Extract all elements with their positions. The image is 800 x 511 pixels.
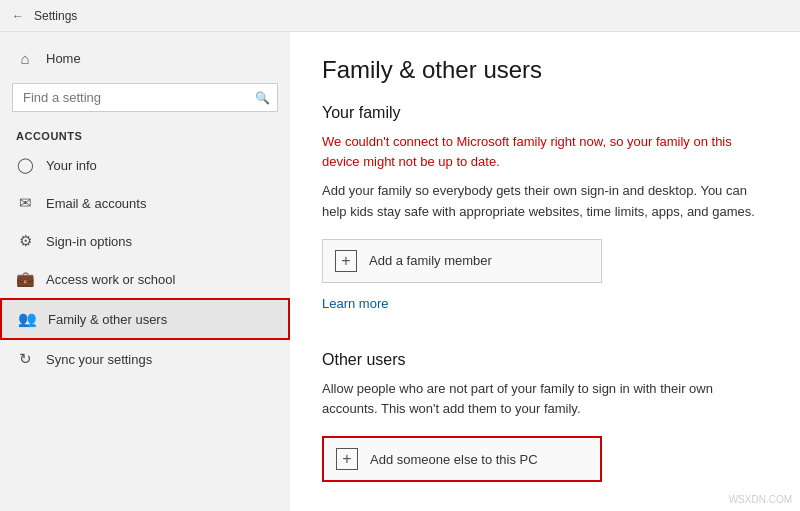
title-bar: ← Settings — [0, 0, 800, 32]
your-family-section-title: Your family — [322, 104, 768, 122]
email-accounts-label: Email & accounts — [46, 196, 146, 211]
sync-icon: ↻ — [16, 350, 34, 368]
search-input[interactable] — [12, 83, 278, 112]
other-users-description: Allow people who are not part of your fa… — [322, 379, 768, 421]
add-family-plus-icon: + — [335, 250, 357, 272]
other-users-section-title: Other users — [322, 351, 768, 369]
spacer — [322, 335, 768, 351]
add-family-member-label: Add a family member — [369, 253, 492, 268]
access-work-school-label: Access work or school — [46, 272, 175, 287]
content-area: Family & other users Your family We coul… — [290, 32, 800, 511]
sidebar-item-sign-in-options[interactable]: ⚙ Sign-in options — [0, 222, 290, 260]
page-title: Family & other users — [322, 56, 768, 84]
sync-settings-label: Sync your settings — [46, 352, 152, 367]
family-description: Add your family so everybody gets their … — [322, 181, 768, 223]
sidebar-item-family-other-users[interactable]: 👥 Family & other users — [0, 298, 290, 340]
family-icon: 👥 — [18, 310, 36, 328]
sidebar-item-access-work-school[interactable]: 💼 Access work or school — [0, 260, 290, 298]
add-family-member-button[interactable]: + Add a family member — [322, 239, 602, 283]
learn-more-link[interactable]: Learn more — [322, 296, 388, 311]
person-icon: ◯ — [16, 156, 34, 174]
home-label: Home — [46, 51, 81, 66]
your-info-label: Your info — [46, 158, 97, 173]
sidebar-search-container: 🔍 — [12, 83, 278, 112]
add-someone-label: Add someone else to this PC — [370, 452, 538, 467]
sidebar: ⌂ Home 🔍 Accounts ◯ Your info ✉ Email & … — [0, 32, 290, 511]
sidebar-item-home[interactable]: ⌂ Home — [0, 42, 290, 75]
sidebar-item-email-accounts[interactable]: ✉ Email & accounts — [0, 184, 290, 222]
gear-icon: ⚙ — [16, 232, 34, 250]
email-icon: ✉ — [16, 194, 34, 212]
family-error-message: We couldn't connect to Microsoft family … — [322, 132, 768, 171]
sign-in-options-label: Sign-in options — [46, 234, 132, 249]
briefcase-icon: 💼 — [16, 270, 34, 288]
sidebar-item-sync-settings[interactable]: ↻ Sync your settings — [0, 340, 290, 378]
back-button[interactable]: ← — [12, 9, 24, 23]
home-icon: ⌂ — [16, 50, 34, 67]
search-icon: 🔍 — [255, 91, 270, 105]
main-layout: ⌂ Home 🔍 Accounts ◯ Your info ✉ Email & … — [0, 32, 800, 511]
sidebar-section-label: Accounts — [0, 120, 290, 146]
watermark: WSXDN.COM — [729, 494, 792, 505]
window-title: Settings — [34, 9, 77, 23]
add-someone-button[interactable]: + Add someone else to this PC — [322, 436, 602, 482]
sidebar-item-your-info[interactable]: ◯ Your info — [0, 146, 290, 184]
family-other-users-label: Family & other users — [48, 312, 167, 327]
add-someone-plus-icon: + — [336, 448, 358, 470]
